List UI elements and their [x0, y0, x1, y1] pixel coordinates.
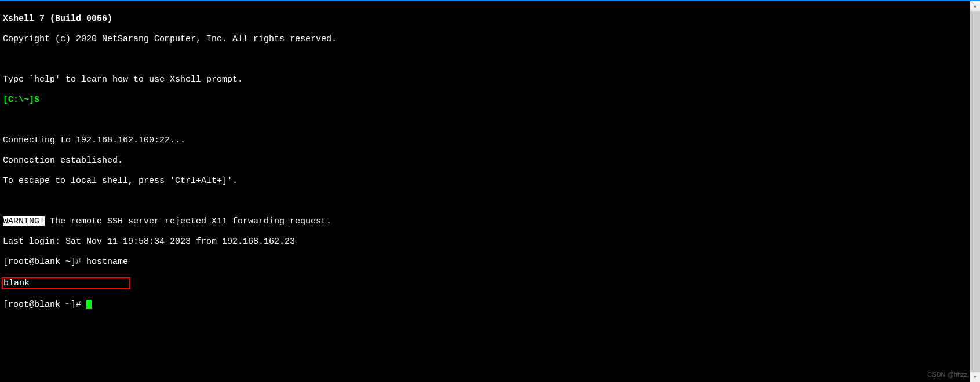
local-prompt: [C:\~]$ [3, 95, 45, 105]
escape-hint-text: To escape to local shell, press 'Ctrl+Al… [3, 176, 967, 186]
app-title: Xshell 7 (Build 0056) [3, 14, 967, 24]
watermark-text: CSDN @hhzz [927, 370, 967, 380]
active-prompt-line[interactable]: [root@blank ~]# [3, 300, 967, 310]
highlight-annotation: blank [2, 277, 130, 290]
help-text: Type `help' to learn how to use Xshell p… [3, 75, 967, 85]
warning-message: The remote SSH server rejected X11 forwa… [45, 216, 331, 226]
copyright-text: Copyright (c) 2020 NetSarang Computer, I… [3, 34, 967, 45]
connecting-text: Connecting to 192.168.162.100:22... [3, 135, 967, 146]
scrollbar-down-arrow-icon[interactable]: ▾ [970, 372, 980, 382]
command-text: hostname [86, 257, 128, 267]
hostname-output-line: blank [3, 277, 967, 290]
window-top-border [0, 0, 980, 1]
hostname-output: blank [3, 278, 30, 288]
vertical-scrollbar[interactable]: ▴ ▾ [970, 1, 980, 382]
blank-line [3, 115, 967, 126]
connection-established-text: Connection established. [3, 156, 967, 166]
cursor [86, 300, 92, 309]
last-login-text: Last login: Sat Nov 11 19:58:34 2023 fro… [3, 237, 967, 247]
command-line-1: [root@blank ~]# hostname [3, 257, 967, 267]
shell-prompt: [root@blank ~]# [3, 257, 86, 267]
blank-line [3, 54, 967, 65]
shell-prompt: [root@blank ~]# [3, 300, 86, 310]
scrollbar-thumb[interactable] [970, 11, 980, 372]
scrollbar-up-arrow-icon[interactable]: ▴ [970, 1, 980, 11]
warning-line: WARNING! The remote SSH server rejected … [3, 216, 967, 227]
terminal-output[interactable]: Xshell 7 (Build 0056) Copyright (c) 2020… [3, 3, 967, 382]
blank-line [3, 196, 967, 207]
warning-label: WARNING! [3, 216, 45, 226]
local-prompt-line: [C:\~]$ [3, 95, 967, 105]
